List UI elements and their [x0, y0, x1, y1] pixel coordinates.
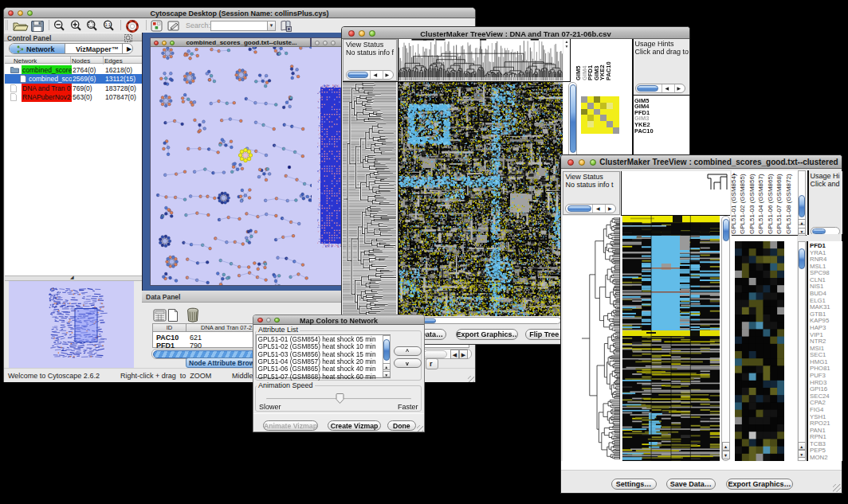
svg-text:1:1: 1:1	[105, 22, 111, 27]
